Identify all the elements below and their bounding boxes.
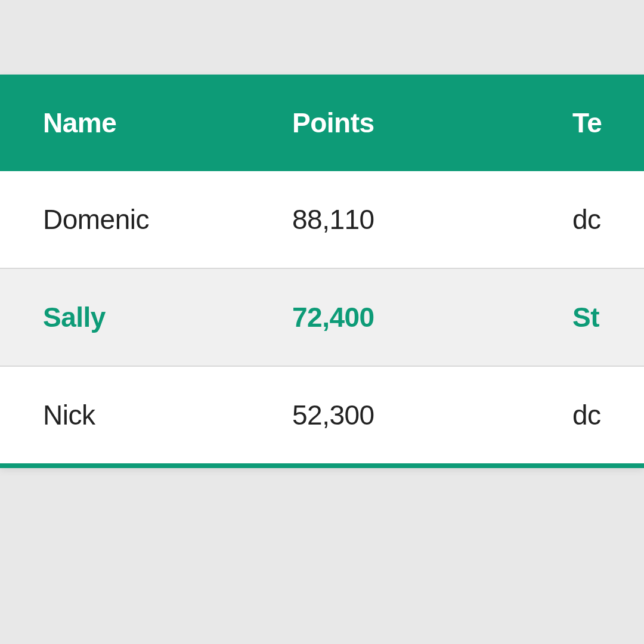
table-row[interactable]: Nick 52,300 dc [0, 366, 644, 463]
cell-team: dc [572, 366, 644, 463]
column-header-points[interactable]: Points [292, 75, 572, 171]
leaderboard-table-container: Name Points Te Domenic 88,110 dc Sally 7… [0, 75, 644, 468]
cell-team: dc [572, 171, 644, 268]
table-row[interactable]: Sally 72,400 St [0, 268, 644, 366]
cell-points: 72,400 [292, 268, 572, 366]
table-row[interactable]: Domenic 88,110 dc [0, 171, 644, 268]
cell-points: 88,110 [292, 171, 572, 268]
column-header-name[interactable]: Name [0, 75, 292, 171]
column-header-team[interactable]: Te [572, 75, 644, 171]
cell-name: Sally [0, 268, 292, 366]
leaderboard-table: Name Points Te Domenic 88,110 dc Sally 7… [0, 75, 644, 463]
cell-points: 52,300 [292, 366, 572, 463]
cell-team: St [572, 268, 644, 366]
cell-name: Nick [0, 366, 292, 463]
table-header-row: Name Points Te [0, 75, 644, 171]
cell-name: Domenic [0, 171, 292, 268]
